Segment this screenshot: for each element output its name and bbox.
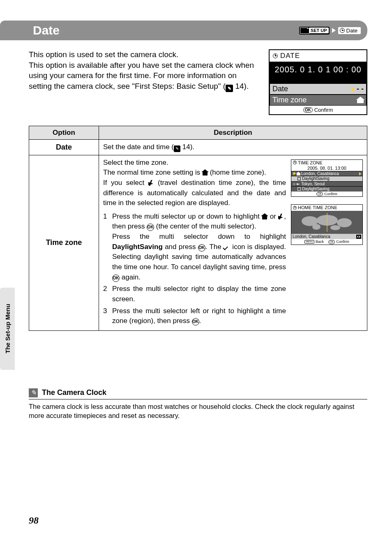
daylight-saving-bold: DaylightSaving [112,243,163,251]
note-body: The camera clock is less accurate than m… [29,402,367,420]
breadcrumb-label: Date [346,28,357,34]
date-screen-row-tz: Time zone [270,95,367,106]
row-tz-label: Time zone [272,96,307,104]
page-ref-icon: ✎ [226,85,233,92]
ok-icon: OK [112,275,120,282]
confirm-label: Confirm [324,192,337,196]
left-right-icon [356,235,361,239]
desc-timezone: Select the time zone. The normal time zo… [99,155,367,330]
t: DaylightSaving [302,187,330,192]
ok-icon: OK [303,107,313,113]
t: . [199,317,201,325]
opt-timezone: Time zone [29,155,99,330]
intro-tail: ). [244,82,249,90]
ok-icon: OK [328,240,335,244]
home-timezone-screen: HOME TIME ZONE [291,204,363,245]
th-description: Description [99,126,367,140]
svg-point-2 [337,218,352,227]
home-tz-loc-row: London, Casablanca [291,234,362,240]
setup-badge: SET UP [299,27,330,35]
step-1: Press the multi selector up or down to h… [112,212,286,282]
desc-date-post: ). [190,143,194,151]
tz-dest-row: Tokyo, Seoul [291,181,362,187]
step-num: 1 [103,212,109,282]
row-date-value: - - [357,85,364,93]
clock-icon [293,206,297,210]
intro-rest: This option is available after you have … [29,61,254,90]
opt-date: Date [29,140,99,155]
step-2: Press the multi selector right to displa… [112,284,286,304]
home-tz-title: HOME TIME ZONE [298,205,337,210]
home-icon [357,97,364,103]
intro-text: This option is used to set the camera cl… [29,49,261,115]
checkbox-icon [297,177,301,180]
tz-para1c-pre: If you select [103,179,148,187]
setup-badge-label: SET UP [309,28,329,33]
t: DaylightSaving [302,176,330,181]
tz-ds-row: DaylightSaving [291,176,362,181]
t: . The [205,243,224,251]
page-number: 98 [29,515,39,526]
t: or [267,212,278,220]
ok-icon: OK [316,192,323,196]
intro-line1: This option is used to set the camera cl… [29,50,178,59]
t: Press the multi selector up or down to h… [112,212,262,220]
desc-date-ref: 14 [182,143,190,151]
page-ref-icon: ✎ [174,145,180,152]
tz-para1a: Select the time zone. [103,158,286,168]
home-icon [297,172,300,175]
check-icon [224,244,230,249]
t: London, Casablanca [301,171,339,176]
t: London, Casablanca [293,234,330,239]
world-map-icon [291,211,362,234]
play-icon [351,86,355,92]
clock-icon [273,53,278,58]
date-screen-body: 2005. 0 1. 0 1 00 : 00 [270,62,367,83]
confirm-label: Confirm [314,107,333,113]
ok-icon: OK [147,224,154,231]
svg-point-4 [330,225,340,230]
table-row: Date Set the date and time (✎ 14). [29,140,367,155]
intro-ref: 14 [235,82,244,90]
date-screen: DATE 2005. 0 1. 0 1 00 : 00 Date - - Tim… [269,49,367,115]
table-row: Time zone Select the time zone. The norm… [29,155,367,330]
tz-home-row: London, Casablanca [291,171,362,176]
play-icon [359,172,361,175]
date-screen-row-date: Date - - [270,83,367,95]
plane-icon [278,214,284,219]
svg-point-3 [312,224,321,230]
desc-date: Set the date and time (✎ 14). [99,140,367,155]
options-table: Option Description Date Set the date and… [29,126,367,331]
date-screen-title-row: DATE [270,50,367,62]
ok-icon: OK [198,244,205,252]
date-screen-footer: OK Confirm [270,106,367,114]
tz-para1b-pre: The normal time zone setting is [103,168,202,176]
confirm-label: Confirm [336,240,349,244]
ok-icon: OK [192,318,199,325]
home-icon [202,171,208,175]
date-screen-datetime: 2005. 0 1. 0 1 00 : 00 [270,65,367,74]
menu-icon: MENU [304,240,314,244]
note-title: The Camera Clock [42,388,106,397]
tz-screen-date: 2005. 08. 01. 13:00 [291,166,362,171]
tz-para1b-post: (home time zone). [208,168,266,176]
row-date-label: Date [272,85,288,93]
timezone-screen: TIME ZONE 2005. 08. 01. 13:00 London, Ca… [291,159,363,197]
step-num: 2 [103,284,109,304]
checkbox-icon [297,187,301,191]
page-title: Date [33,23,60,37]
t: Press the multi selector down to highlig… [112,233,286,240]
note-icon: ✎ [29,388,38,397]
t: and press [163,243,198,251]
plane-icon [297,182,300,186]
tz-screen-title: TIME ZONE [298,160,323,166]
clock-icon [293,161,297,164]
date-screen-title: DATE [280,52,300,60]
back-label: Back [316,240,324,244]
breadcrumb-item: Date [338,27,361,34]
t: again. [120,273,141,281]
th-option: Option [29,126,99,140]
step-num: 3 [103,306,109,326]
clock-icon [340,28,345,33]
breadcrumb: SET UP Date [299,27,361,35]
